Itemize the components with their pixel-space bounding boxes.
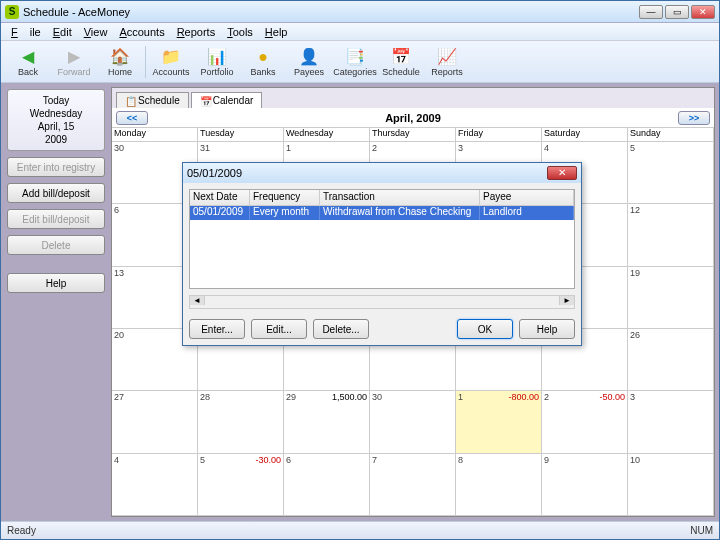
help-button[interactable]: Help <box>7 273 105 293</box>
dialog-help-button[interactable]: Help <box>519 319 575 339</box>
cell-payee: Landlord <box>480 206 574 220</box>
day-number: 5 <box>630 143 635 153</box>
home-button[interactable]: 🏠Home <box>97 43 143 81</box>
home-icon: 🏠 <box>110 47 130 67</box>
calendar-cell[interactable]: 291,500.00 <box>284 391 370 453</box>
edit-bill-button[interactable]: Edit bill/deposit <box>7 209 105 229</box>
calendar-cell[interactable]: 5 <box>628 142 714 204</box>
forward-icon: ▶ <box>64 47 84 67</box>
horizontal-scrollbar[interactable] <box>189 295 575 309</box>
calendar-cell[interactable]: 7 <box>370 454 456 516</box>
calendar-cell[interactable]: 10 <box>628 454 714 516</box>
menu-tools[interactable]: Tools <box>221 26 259 38</box>
calendar-cell[interactable]: 4 <box>112 454 198 516</box>
schedule-button[interactable]: 📅Schedule <box>378 43 424 81</box>
next-month-button[interactable]: >> <box>678 111 710 125</box>
day-headers: Monday Tuesday Wednesday Thursday Friday… <box>112 128 714 142</box>
day-number: 4 <box>544 143 549 153</box>
dialog-edit-button[interactable]: Edit... <box>251 319 307 339</box>
month-title: April, 2009 <box>385 112 441 124</box>
day-number: 28 <box>200 392 210 402</box>
menu-reports[interactable]: Reports <box>171 26 222 38</box>
day-number: 2 <box>544 392 549 402</box>
day-number: 9 <box>544 455 549 465</box>
payees-button[interactable]: 👤Payees <box>286 43 332 81</box>
calendar-cell[interactable]: 5-30.00 <box>198 454 284 516</box>
day-number: 8 <box>458 455 463 465</box>
cell-transaction: Withdrawal from Chase Checking <box>320 206 480 220</box>
calendar-cell[interactable]: 19 <box>628 267 714 329</box>
today-label: Today <box>12 94 100 107</box>
statusbar: Ready NUM <box>1 521 719 539</box>
cell-amount: -800.00 <box>508 392 539 402</box>
today-weekday: Wednesday <box>12 107 100 120</box>
today-panel: Today Wednesday April, 15 2009 <box>7 89 105 151</box>
calendar-cell[interactable]: 2-50.00 <box>542 391 628 453</box>
dayhdr-fri: Friday <box>456 128 542 142</box>
day-number: 4 <box>114 455 119 465</box>
calendar-cell[interactable]: 3 <box>628 391 714 453</box>
dialog-delete-button[interactable]: Delete... <box>313 319 369 339</box>
maximize-button[interactable]: ▭ <box>665 5 689 19</box>
calendar-cell[interactable]: 12 <box>628 204 714 266</box>
day-number: 3 <box>630 392 635 402</box>
calendar-cell[interactable]: 27 <box>112 391 198 453</box>
window-title: Schedule - AceMoney <box>23 6 130 18</box>
calendar-cell[interactable]: 26 <box>628 329 714 391</box>
prev-month-button[interactable]: << <box>116 111 148 125</box>
calendar-cell[interactable]: 1-800.00 <box>456 391 542 453</box>
minimize-button[interactable]: — <box>639 5 663 19</box>
dialog-titlebar: 05/01/2009 ✕ <box>183 163 581 183</box>
accounts-icon: 📁 <box>161 47 181 67</box>
cell-frequency: Every month <box>250 206 320 220</box>
calendar-cell[interactable]: 8 <box>456 454 542 516</box>
today-date: April, 15 <box>12 120 100 133</box>
app-icon: S <box>5 5 19 19</box>
delete-button[interactable]: Delete <box>7 235 105 255</box>
cell-next-date: 05/01/2009 <box>190 206 250 220</box>
col-next-date[interactable]: Next Date <box>190 190 250 205</box>
menu-help[interactable]: Help <box>259 26 294 38</box>
cell-amount: 1,500.00 <box>332 392 367 402</box>
add-bill-button[interactable]: Add bill/deposit <box>7 183 105 203</box>
tab-calendar[interactable]: 📅Calendar <box>191 92 263 108</box>
col-frequency[interactable]: Frequency <box>250 190 320 205</box>
calendar-cell[interactable]: 9 <box>542 454 628 516</box>
transaction-list[interactable]: Next Date Frequency Transaction Payee 05… <box>189 189 575 289</box>
day-number: 30 <box>372 392 382 402</box>
day-number: 6 <box>286 455 291 465</box>
enter-registry-button[interactable]: Enter into registry <box>7 157 105 177</box>
close-button[interactable]: ✕ <box>691 5 715 19</box>
reports-button[interactable]: 📈Reports <box>424 43 470 81</box>
back-button[interactable]: ◀Back <box>5 43 51 81</box>
dayhdr-wed: Wednesday <box>284 128 370 142</box>
menu-view[interactable]: View <box>78 26 114 38</box>
accounts-button[interactable]: 📁Accounts <box>148 43 194 81</box>
dialog-enter-button[interactable]: Enter... <box>189 319 245 339</box>
banks-button[interactable]: ●Banks <box>240 43 286 81</box>
payees-icon: 👤 <box>299 47 319 67</box>
status-num: NUM <box>690 525 713 536</box>
calendar-cell[interactable]: 30 <box>370 391 456 453</box>
menu-file[interactable]: File <box>5 26 47 38</box>
titlebar: S Schedule - AceMoney — ▭ ✕ <box>1 1 719 23</box>
col-payee[interactable]: Payee <box>480 190 574 205</box>
dialog-title: 05/01/2009 <box>187 167 242 179</box>
calendar-cell[interactable]: 6 <box>284 454 370 516</box>
col-transaction[interactable]: Transaction <box>320 190 480 205</box>
day-number: 1 <box>458 392 463 402</box>
dialog-ok-button[interactable]: OK <box>457 319 513 339</box>
categories-button[interactable]: 📑Categories <box>332 43 378 81</box>
list-row[interactable]: 05/01/2009 Every month Withdrawal from C… <box>190 206 574 220</box>
menu-edit[interactable]: Edit <box>47 26 78 38</box>
day-number: 31 <box>200 143 210 153</box>
calendar-cell[interactable]: 28 <box>198 391 284 453</box>
portfolio-button[interactable]: 📊Portfolio <box>194 43 240 81</box>
forward-button[interactable]: ▶Forward <box>51 43 97 81</box>
menu-accounts[interactable]: Accounts <box>113 26 170 38</box>
day-number: 26 <box>630 330 640 340</box>
tab-schedule[interactable]: 📋Schedule <box>116 92 189 108</box>
toolbar: ◀Back ▶Forward 🏠Home 📁Accounts 📊Portfoli… <box>1 41 719 83</box>
day-number: 13 <box>114 268 124 278</box>
dialog-close-button[interactable]: ✕ <box>547 166 577 180</box>
